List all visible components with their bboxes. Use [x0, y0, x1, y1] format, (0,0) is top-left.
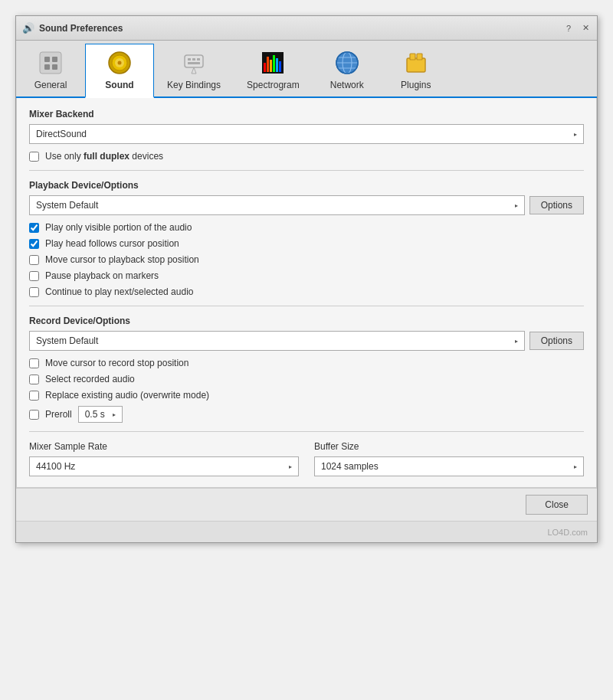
- pause-markers-row: Pause playback on markers: [29, 270, 584, 282]
- tab-general[interactable]: General: [16, 44, 85, 96]
- select-recorded-row: Select recorded audio: [29, 373, 584, 385]
- replace-existing-label: Replace existing audio (overwrite mode): [45, 390, 209, 401]
- playback-device-value: System Default: [36, 200, 98, 211]
- pause-markers-checkbox[interactable]: [29, 271, 39, 281]
- move-cursor-playback-row: Move cursor to playback stop position: [29, 254, 584, 266]
- plugins-icon: [402, 49, 430, 77]
- tab-keybindings[interactable]: Key Bindings: [154, 44, 234, 96]
- divider-1: [29, 170, 584, 171]
- svg-rect-0: [40, 52, 61, 74]
- preroll-arrow: ▸: [113, 411, 116, 418]
- play-head-row: Play head follows cursor position: [29, 237, 584, 250]
- divider-3: [29, 431, 584, 432]
- continue-play-label: Continue to play next/selected audio: [45, 286, 193, 297]
- playback-device-dropdown[interactable]: System Default ▸: [29, 195, 525, 215]
- watermark-text: LO4D.com: [547, 528, 588, 537]
- buffer-size-arrow: ▸: [574, 463, 577, 470]
- record-device-label: Record Device/Options: [29, 316, 584, 326]
- mixer-backend-arrow: ▸: [574, 131, 577, 138]
- mixer-sample-rate-group: Mixer Sample Rate 44100 Hz ▸: [29, 441, 299, 476]
- sample-rate-arrow: ▸: [289, 463, 292, 470]
- playback-device-dropdown-row: System Default ▸ Options: [29, 195, 584, 215]
- play-visible-label: Play only visible portion of the audio: [45, 222, 192, 233]
- select-recorded-label: Select recorded audio: [45, 374, 135, 384]
- help-button[interactable]: ?: [563, 23, 574, 34]
- preroll-checkbox[interactable]: [29, 410, 39, 420]
- window-title: Sound Preferences: [39, 23, 123, 34]
- play-head-label: Play head follows cursor position: [45, 238, 179, 249]
- preroll-text-label: Preroll: [45, 409, 72, 420]
- mixer-backend-value: DirectSound: [36, 129, 87, 139]
- tab-network[interactable]: Network: [313, 44, 382, 96]
- replace-existing-checkbox[interactable]: [29, 391, 39, 401]
- spectrogram-icon: [259, 49, 287, 77]
- tab-keybindings-label: Key Bindings: [167, 80, 221, 90]
- move-cursor-record-row: Move cursor to record stop position: [29, 357, 584, 369]
- title-bar-controls: ? ✕: [563, 23, 591, 34]
- footer: Close: [16, 488, 597, 521]
- mixer-sample-rate-label: Mixer Sample Rate: [29, 441, 299, 452]
- svg-rect-16: [267, 57, 269, 72]
- replace-existing-row: Replace existing audio (overwrite mode): [29, 389, 584, 401]
- watermark-bar: LO4D.com: [16, 521, 597, 542]
- move-cursor-playback-checkbox[interactable]: [29, 255, 39, 265]
- tab-sound[interactable]: Sound: [85, 44, 154, 98]
- move-cursor-record-checkbox[interactable]: [29, 358, 39, 368]
- continue-play-row: Continue to play next/selected audio: [29, 286, 584, 298]
- content-panel: Mixer Backend DirectSound ▸ Use only ful…: [16, 98, 597, 488]
- buffer-size-group: Buffer Size 1024 samples ▸: [314, 441, 584, 476]
- main-window: 🔊 Sound Preferences ? ✕ General: [15, 15, 598, 543]
- title-bar: 🔊 Sound Preferences ? ✕: [16, 16, 597, 41]
- mixer-sample-rate-value: 44100 Hz: [36, 461, 75, 472]
- record-device-dropdown[interactable]: System Default ▸: [29, 331, 525, 351]
- mixer-backend-label: Mixer Backend: [29, 109, 584, 119]
- svg-rect-4: [52, 64, 57, 70]
- buffer-size-label: Buffer Size: [314, 441, 584, 452]
- buffer-size-value: 1024 samples: [321, 461, 379, 472]
- svg-rect-15: [264, 63, 266, 72]
- svg-rect-3: [52, 57, 57, 62]
- full-duplex-checkbox[interactable]: [29, 152, 39, 162]
- close-title-button[interactable]: ✕: [580, 23, 591, 34]
- sound-icon: [106, 49, 133, 77]
- app-icon: 🔊: [22, 22, 34, 34]
- svg-rect-19: [276, 58, 278, 72]
- close-button[interactable]: Close: [526, 495, 588, 515]
- select-recorded-checkbox[interactable]: [29, 375, 39, 384]
- record-options-button[interactable]: Options: [529, 332, 584, 350]
- network-icon: [333, 49, 361, 77]
- tab-general-label: General: [34, 80, 67, 90]
- playback-options-button[interactable]: Options: [529, 196, 584, 214]
- full-duplex-row: Use only full duplex devices: [29, 150, 584, 162]
- move-cursor-playback-label: Move cursor to playback stop position: [45, 254, 199, 265]
- tab-plugins-label: Plugins: [401, 80, 431, 90]
- mixer-sample-rate-dropdown[interactable]: 44100 Hz ▸: [29, 456, 299, 476]
- preroll-dropdown[interactable]: 0.5 s ▸: [78, 406, 123, 423]
- mixer-backend-dropdown[interactable]: DirectSound ▸: [29, 124, 584, 144]
- play-visible-checkbox[interactable]: [29, 223, 39, 233]
- tab-spectrogram[interactable]: Spectrogram: [234, 44, 313, 96]
- svg-rect-10: [188, 58, 191, 61]
- move-cursor-record-label: Move cursor to record stop position: [45, 358, 188, 368]
- title-bar-left: 🔊 Sound Preferences: [22, 22, 123, 34]
- record-dropdown-arrow: ▸: [515, 338, 518, 345]
- playback-device-label: Playback Device/Options: [29, 180, 584, 191]
- svg-rect-1: [44, 57, 50, 62]
- svg-rect-2: [44, 64, 50, 70]
- play-visible-row: Play only visible portion of the audio: [29, 221, 584, 234]
- keybindings-icon: [180, 49, 208, 77]
- divider-2: [29, 306, 584, 306]
- continue-play-checkbox[interactable]: [29, 287, 39, 297]
- preroll-row: Preroll 0.5 s ▸: [29, 405, 584, 424]
- play-head-checkbox[interactable]: [29, 239, 39, 249]
- tab-sound-label: Sound: [105, 80, 133, 90]
- mixer-backend-dropdown-row: DirectSound ▸: [29, 124, 584, 144]
- svg-rect-28: [410, 54, 415, 60]
- pause-markers-label: Pause playback on markers: [45, 270, 159, 281]
- tab-bar: General Sound: [16, 41, 597, 98]
- record-device-dropdown-row: System Default ▸ Options: [29, 331, 584, 351]
- tab-plugins[interactable]: Plugins: [382, 44, 451, 96]
- svg-rect-18: [273, 55, 275, 72]
- buffer-size-dropdown[interactable]: 1024 samples ▸: [314, 456, 584, 476]
- playback-dropdown-arrow: ▸: [515, 202, 518, 209]
